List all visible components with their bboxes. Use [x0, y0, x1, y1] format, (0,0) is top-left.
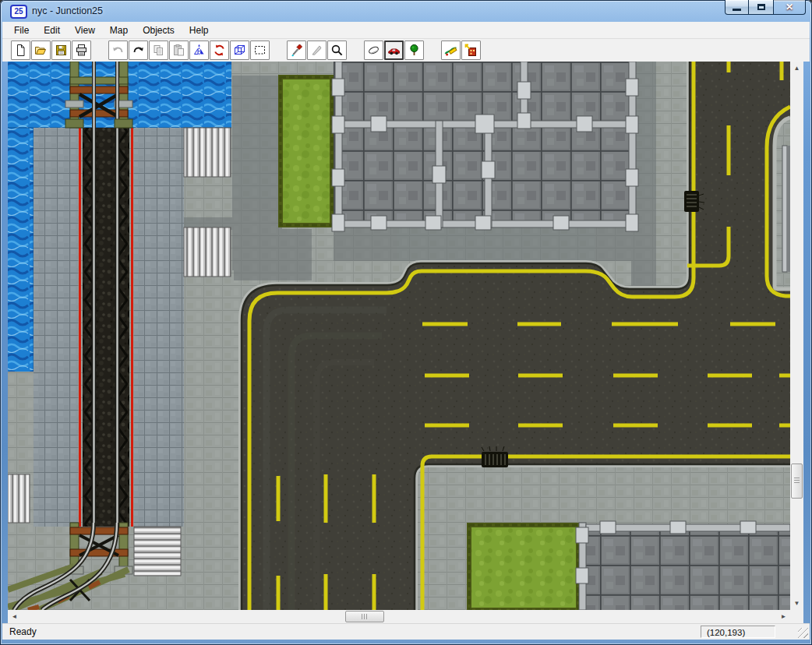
new-file-button[interactable] [11, 41, 30, 60]
open-file-button[interactable] [31, 41, 51, 60]
tree-button[interactable] [404, 41, 424, 60]
scroll-right-arrow[interactable]: ► [777, 610, 790, 623]
menu-view[interactable]: View [69, 23, 101, 38]
vehicle-icon [387, 44, 401, 57]
status-message: Ready [9, 626, 37, 637]
undo-button[interactable] [108, 41, 128, 60]
titlebar[interactable]: 25 nyc - Junction25 ✕ [0, 0, 812, 22]
terrain-paint-button[interactable] [441, 41, 461, 60]
grass-park-bottom [469, 525, 578, 610]
eraser-button[interactable] [364, 41, 383, 60]
close-button[interactable]: ✕ [774, 0, 806, 15]
eyedropper-icon [290, 44, 303, 57]
paste-icon [172, 44, 185, 57]
place-building-icon [464, 44, 478, 57]
open-file-icon [34, 44, 48, 57]
rotate-button[interactable] [210, 41, 229, 60]
flip-button[interactable] [189, 41, 209, 60]
statusbar: Ready (120,193) [2, 623, 810, 640]
tile-map [8, 62, 790, 610]
vertical-scroll-thumb[interactable] [791, 463, 803, 499]
cursor-coordinates: (120,193) [701, 626, 775, 638]
paste-button[interactable] [169, 41, 189, 60]
app-window: 25 nyc - Junction25 ✕ File Edit View Map… [0, 0, 812, 645]
knife-icon [310, 44, 323, 57]
select-marquee-icon [253, 44, 267, 57]
maximize-button[interactable] [749, 0, 774, 15]
minimize-button[interactable] [725, 0, 749, 15]
minimize-icon [733, 9, 741, 11]
save-file-icon [55, 44, 68, 57]
horizontal-scroll-thumb[interactable] [345, 611, 384, 622]
tree-icon [408, 44, 421, 57]
railroad-track [79, 128, 133, 527]
grass-park-top [281, 77, 332, 225]
close-icon: ✕ [786, 1, 793, 14]
new-file-icon [14, 44, 27, 57]
menubar: File Edit View Map Objects Help [2, 22, 810, 39]
map-canvas[interactable] [8, 62, 790, 610]
maximize-icon [757, 4, 765, 10]
redo-button[interactable] [129, 41, 148, 60]
flip-icon [192, 44, 206, 57]
app-icon[interactable]: 25 [10, 5, 27, 19]
menu-edit[interactable]: Edit [37, 23, 66, 38]
print-icon [75, 44, 88, 57]
building-top [332, 62, 638, 231]
magnifier-icon [330, 44, 344, 57]
building-bottom-right [576, 521, 790, 610]
copy-button[interactable] [149, 41, 168, 60]
menu-help[interactable]: Help [183, 23, 215, 38]
save-file-button[interactable] [51, 41, 71, 60]
redo-icon [132, 44, 145, 57]
menu-objects[interactable]: Objects [136, 23, 181, 38]
magnifier-button[interactable] [327, 41, 347, 60]
right-city-block [775, 118, 790, 289]
copy-icon [152, 44, 165, 57]
vehicle-button[interactable] [384, 41, 404, 60]
place-building-button[interactable] [461, 41, 481, 60]
eraser-icon [367, 44, 380, 57]
horizontal-scrollbar[interactable]: ◄ ► [8, 610, 790, 623]
undo-icon [111, 44, 125, 57]
resize-grip[interactable] [798, 628, 808, 638]
rotate-icon [213, 44, 226, 57]
scroll-left-arrow[interactable]: ◄ [8, 610, 21, 623]
scroll-up-arrow[interactable]: ▲ [790, 62, 803, 75]
eyedropper-button[interactable] [287, 41, 306, 60]
vertical-scrollbar[interactable]: ▲ ▼ [790, 62, 803, 610]
menu-map[interactable]: Map [104, 23, 134, 38]
terrain-paint-icon [444, 44, 457, 57]
perspective-box-icon [233, 44, 246, 57]
select-marquee-button[interactable] [250, 41, 270, 60]
knife-button[interactable] [307, 41, 327, 60]
toolbar [2, 39, 810, 62]
print-button[interactable] [72, 41, 91, 60]
scroll-down-arrow[interactable]: ▼ [790, 597, 803, 610]
menu-file[interactable]: File [8, 23, 35, 38]
perspective-box-button[interactable] [230, 41, 249, 60]
window-title: nyc - Junction25 [32, 5, 103, 16]
scrollbar-corner [790, 610, 803, 623]
